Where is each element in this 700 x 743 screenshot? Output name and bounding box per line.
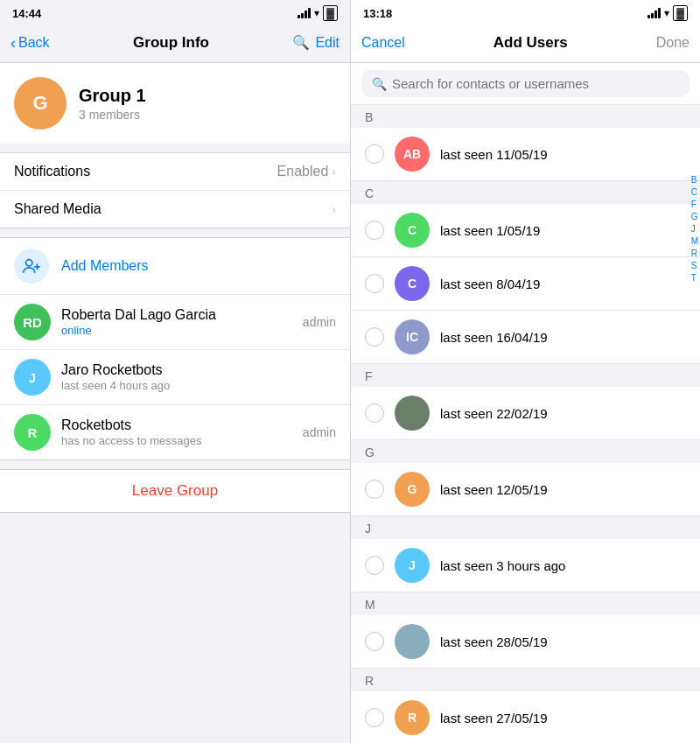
alpha-letter[interactable]: M xyxy=(691,236,698,247)
section-header: J xyxy=(351,516,700,539)
group-name: Group 1 xyxy=(79,86,146,106)
cancel-button[interactable]: Cancel xyxy=(361,35,405,51)
section-header: M xyxy=(351,592,700,615)
radio-circle[interactable] xyxy=(365,327,384,347)
contact-avatar: J xyxy=(395,548,430,583)
search-icon: 🔍 xyxy=(292,34,310,51)
contact-avatar xyxy=(395,396,430,431)
left-panel: 14:44 ▾ ▓ ‹ Back Group Info 🔍 Edit G xyxy=(0,0,350,743)
alpha-letter[interactable]: R xyxy=(691,249,698,259)
settings-section: Notifications Enabled › Shared Media › xyxy=(0,152,350,228)
alpha-letter[interactable]: S xyxy=(691,261,698,271)
back-chevron-icon: ‹ xyxy=(10,35,16,51)
search-input[interactable] xyxy=(392,76,679,91)
radio-circle[interactable] xyxy=(365,274,384,293)
contact-row[interactable]: C last seen 1/05/19 xyxy=(351,204,700,257)
back-button[interactable]: ‹ Back xyxy=(10,35,50,51)
add-members-icon xyxy=(14,249,49,284)
contact-row[interactable]: C last seen 8/04/19 xyxy=(351,257,700,311)
search-input-wrapper[interactable]: 🔍 xyxy=(361,70,690,97)
members-section: Add Members RD Roberta Dal Lago Garcia o… xyxy=(0,237,350,460)
add-members-row[interactable]: Add Members xyxy=(0,238,350,295)
contact-row[interactable]: G last seen 12/05/19 xyxy=(351,463,700,516)
contact-row[interactable]: last seen 22/02/19 xyxy=(351,387,700,440)
contact-avatar: G xyxy=(395,472,430,507)
battery-icon-right: ▓ xyxy=(673,5,688,21)
contact-row[interactable]: J last seen 3 hours ago xyxy=(351,539,700,592)
contact-last-seen: last seen 28/05/19 xyxy=(440,634,548,649)
leave-group-row[interactable]: Leave Group xyxy=(0,470,350,512)
member-avatar: RD xyxy=(14,304,51,340)
group-avatar: G xyxy=(14,77,66,130)
group-info-text: Group 1 3 members xyxy=(79,86,146,122)
contact-last-seen: last seen 12/05/19 xyxy=(440,482,548,497)
wifi-icon: ▾ xyxy=(314,7,319,19)
status-icons-right: ▾ ▓ xyxy=(648,5,688,21)
done-button[interactable]: Done xyxy=(656,35,690,51)
status-bar-left: 14:44 ▾ ▓ xyxy=(0,0,350,25)
section-header: B xyxy=(351,105,700,128)
alpha-letter[interactable]: G xyxy=(691,212,698,222)
leave-group-label[interactable]: Leave Group xyxy=(132,482,218,500)
time-right: 13:18 xyxy=(363,7,392,20)
radio-circle[interactable] xyxy=(365,556,384,575)
member-name: Jaro Rocketbots xyxy=(61,362,336,378)
member-status: online xyxy=(61,324,292,337)
section-header: C xyxy=(351,181,700,204)
shared-media-row[interactable]: Shared Media › xyxy=(0,191,350,228)
contact-row[interactable]: AB last seen 11/05/19 xyxy=(351,128,700,181)
radio-circle[interactable] xyxy=(365,221,384,240)
radio-circle[interactable] xyxy=(365,480,384,499)
contact-last-seen: last seen 11/05/19 xyxy=(440,147,548,162)
back-label[interactable]: Back xyxy=(18,35,50,51)
contact-row[interactable]: IC last seen 16/04/19 xyxy=(351,311,700,364)
add-members-label[interactable]: Add Members xyxy=(61,258,149,274)
alpha-letter[interactable]: B xyxy=(691,175,698,186)
member-info: Rocketbots has no access to messages xyxy=(61,417,292,447)
chevron-right-icon2: › xyxy=(332,202,336,216)
contact-avatar xyxy=(395,624,430,659)
member-row[interactable]: R Rocketbots has no access to messages a… xyxy=(0,405,350,459)
member-avatar: R xyxy=(14,414,51,451)
member-role: admin xyxy=(303,425,336,439)
radio-circle[interactable] xyxy=(365,144,384,164)
contact-last-seen: last seen 8/04/19 xyxy=(440,277,540,291)
status-icons-left: ▾ ▓ xyxy=(298,5,338,21)
contact-avatar: C xyxy=(395,213,430,248)
member-row[interactable]: J Jaro Rocketbots last seen 4 hours ago xyxy=(0,350,350,405)
status-bar-right: 13:18 ▾ ▓ xyxy=(351,0,700,25)
notifications-row[interactable]: Notifications Enabled › xyxy=(0,153,350,191)
search-bar: 🔍 xyxy=(351,63,700,105)
radio-circle[interactable] xyxy=(365,708,384,727)
contact-avatar: C xyxy=(395,266,430,301)
alpha-letter[interactable]: T xyxy=(691,273,698,284)
notifications-value: Enabled › xyxy=(277,164,336,179)
contact-row[interactable]: last seen 28/05/19 xyxy=(351,615,700,669)
search-icon-right: 🔍 xyxy=(372,77,387,91)
notifications-label: Notifications xyxy=(14,164,90,179)
alphabet-index: BCFGJMRST xyxy=(691,175,698,284)
member-row[interactable]: RD Roberta Dal Lago Garcia online admin xyxy=(0,295,350,350)
group-header: G Group 1 3 members xyxy=(0,63,350,144)
member-status: last seen 4 hours ago xyxy=(61,379,336,392)
member-status: has no access to messages xyxy=(61,434,292,447)
edit-label[interactable]: Edit xyxy=(315,35,340,51)
chevron-right-icon: › xyxy=(332,165,336,179)
section-header: G xyxy=(351,440,700,463)
section-header: R xyxy=(351,669,700,691)
members-list: RD Roberta Dal Lago Garcia online admin … xyxy=(0,295,350,459)
svg-point-0 xyxy=(26,260,32,266)
shared-media-value: › xyxy=(332,202,336,216)
contact-row[interactable]: R last seen 27/05/19 xyxy=(351,691,700,743)
right-panel: 13:18 ▾ ▓ Cancel Add Users Done 🔍 B AB l… xyxy=(350,0,700,743)
signal-icon xyxy=(298,8,311,18)
alpha-letter[interactable]: F xyxy=(691,200,698,210)
signal-icon-right xyxy=(648,8,661,18)
edit-button[interactable]: 🔍 Edit xyxy=(292,34,340,51)
alpha-letter[interactable]: C xyxy=(691,187,698,198)
nav-bar-right: Cancel Add Users Done xyxy=(351,25,700,63)
radio-circle[interactable] xyxy=(365,403,384,423)
radio-circle[interactable] xyxy=(365,632,384,651)
page-title: Group Info xyxy=(133,34,209,52)
alpha-letter[interactable]: J xyxy=(691,224,698,235)
